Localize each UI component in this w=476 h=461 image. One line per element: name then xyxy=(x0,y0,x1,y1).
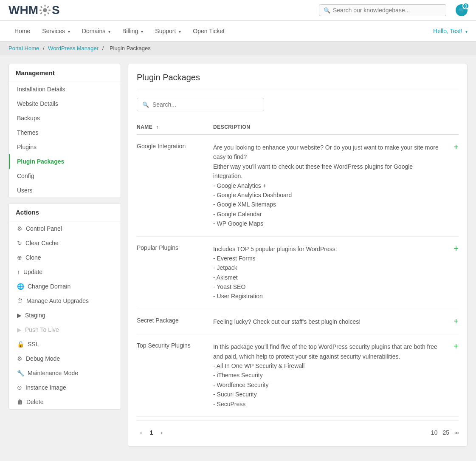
svg-rect-6 xyxy=(47,6,49,8)
sidebar-item-staging[interactable]: ▶Staging xyxy=(9,308,121,322)
nav-open-ticket[interactable]: Open Ticket xyxy=(187,21,231,41)
sidebar-item-clear-cache[interactable]: ↻Clear Cache xyxy=(9,236,121,250)
breadcrumb-wp-manager[interactable]: WordPress Manager xyxy=(48,45,99,51)
svg-rect-3 xyxy=(39,10,42,11)
prev-page-button[interactable]: ‹ xyxy=(137,427,146,438)
sidebar-item-ssl[interactable]: 🔒SSL xyxy=(9,337,121,351)
col-desc-header: DESCRIPTION xyxy=(213,124,459,130)
plugin-name-google: Google Integration xyxy=(137,143,213,150)
footer: Powered by WHMCompleteSolution xyxy=(0,455,476,461)
plugin-name-secret: Secret Package xyxy=(137,317,213,324)
svg-rect-1 xyxy=(45,5,46,7)
pagination: ‹ 1 › 10 25 ∞ xyxy=(137,420,459,438)
staging-icon: ▶ xyxy=(17,312,22,319)
domains-arrow: ▾ xyxy=(108,29,110,34)
logo: WHM S xyxy=(8,3,60,17)
sidebar-item-debug-mode[interactable]: ⚙Debug Mode xyxy=(9,351,121,366)
clear-cache-icon: ↻ xyxy=(17,240,22,246)
sidebar-item-update[interactable]: ↑Update xyxy=(9,265,121,279)
nav-billing[interactable]: Billing ▾ xyxy=(116,21,149,41)
cart-icon[interactable]: 🛒 0 xyxy=(456,4,468,16)
control-panel-icon: ⚙ xyxy=(17,225,23,232)
actions-title: Actions xyxy=(9,204,121,221)
user-greeting[interactable]: Hello, Test! ▾ xyxy=(433,21,468,41)
next-page-button[interactable]: › xyxy=(157,427,166,438)
sidebar-item-change-domain[interactable]: 🌐Change Domain xyxy=(9,279,121,294)
top-bar: WHM S 🔍 🛒 0 xyxy=(0,0,476,21)
per-page-10[interactable]: 10 xyxy=(431,429,438,436)
plugin-row-popular: Popular Plugins Includes TOP 5 popular p… xyxy=(137,237,459,309)
management-title: Management xyxy=(9,64,121,82)
breadcrumb-portal-home[interactable]: Portal Home xyxy=(8,45,39,51)
manage-auto-upgrades-icon: ⏱ xyxy=(17,297,23,304)
plugin-add-google: + xyxy=(442,143,459,151)
sidebar-item-installation-details[interactable]: Installation Details xyxy=(9,82,121,96)
sidebar-item-delete[interactable]: 🗑Delete xyxy=(9,395,121,409)
user-arrow: ▾ xyxy=(465,29,468,34)
plugin-add-popular: + xyxy=(442,244,459,253)
sidebar-item-manage-auto-upgrades[interactable]: ⏱Manage Auto Upgrades xyxy=(9,294,121,308)
search-icon: 🔍 xyxy=(324,7,330,14)
sidebar-item-themes[interactable]: Themes xyxy=(9,125,121,140)
cart-badge: 0 xyxy=(462,3,469,9)
page-title: Plugin Packages xyxy=(137,73,459,89)
sort-arrow: ↑ xyxy=(156,124,159,130)
svg-rect-7 xyxy=(40,12,42,14)
nav-links: Home Services ▾ Domains ▾ Billing ▾ Supp… xyxy=(8,21,231,41)
ssl-icon: 🔒 xyxy=(17,341,24,348)
plugin-search-input[interactable] xyxy=(152,101,259,108)
nav-support[interactable]: Support ▾ xyxy=(149,21,187,41)
plugin-add-secret: + xyxy=(442,317,459,325)
per-page-all[interactable]: ∞ xyxy=(454,429,459,436)
sidebar-item-config[interactable]: Config xyxy=(9,169,121,183)
svg-rect-8 xyxy=(47,12,49,14)
add-secret-button[interactable]: + xyxy=(453,317,459,325)
sidebar-item-plugin-packages[interactable]: Plugin Packages xyxy=(9,154,121,169)
nav-domains[interactable]: Domains ▾ xyxy=(76,21,116,41)
sidebar-item-plugins[interactable]: Plugins xyxy=(9,140,121,154)
sidebar-item-control-panel[interactable]: ⚙Control Panel xyxy=(9,221,121,236)
instance-image-icon: ⊙ xyxy=(17,384,22,391)
search-container: 🔍 xyxy=(137,98,459,111)
nav-home[interactable]: Home xyxy=(8,21,36,41)
sidebar-item-website-details[interactable]: Website Details xyxy=(9,96,121,111)
col-name-header[interactable]: NAME ↑ xyxy=(137,124,213,130)
plugin-row-google: Google Integration Are you looking to en… xyxy=(137,135,459,237)
push-to-live-icon: ▶ xyxy=(17,326,22,333)
user-greeting-text: Hello, Test! xyxy=(433,28,462,34)
sidebar-item-clone[interactable]: ⊕Clone xyxy=(9,250,121,265)
sidebar-item-push-to-live[interactable]: ▶Push To Live xyxy=(9,322,121,337)
add-popular-button[interactable]: + xyxy=(453,244,459,253)
logo-gear-icon xyxy=(39,4,51,16)
svg-rect-2 xyxy=(45,14,46,16)
breadcrumb: Portal Home / WordPress Manager / Plugin… xyxy=(0,42,476,55)
breadcrumb-current: Plugin Packages xyxy=(110,45,151,51)
sidebar-item-maintenance-mode[interactable]: 🔧Maintenance Mode xyxy=(9,366,121,380)
search-wrap[interactable]: 🔍 xyxy=(137,98,264,111)
current-page[interactable]: 1 xyxy=(146,427,158,438)
sidebar-item-users[interactable]: Users xyxy=(9,183,121,198)
content-area: Plugin Packages 🔍 NAME ↑ DESCRIPTION Goo… xyxy=(128,64,468,447)
per-page-options: 10 25 ∞ xyxy=(431,429,459,436)
nav-services[interactable]: Services ▾ xyxy=(36,21,76,41)
plugin-desc-google: Are you looking to enhance your website?… xyxy=(213,143,442,229)
per-page-25[interactable]: 25 xyxy=(442,429,449,436)
debug-mode-icon: ⚙ xyxy=(17,355,23,362)
knowledgebase-search-input[interactable] xyxy=(333,7,442,14)
sidebar-item-backups[interactable]: Backups xyxy=(9,111,121,125)
add-security-button[interactable]: + xyxy=(453,342,459,351)
add-google-button[interactable]: + xyxy=(453,143,459,151)
plugin-row-secret: Secret Package Feeling lucky? Check out … xyxy=(137,309,459,334)
search-icon: 🔍 xyxy=(142,102,149,108)
management-section: Management Installation Details Website … xyxy=(8,64,121,198)
plugin-row-security: Top Security Plugins In this package you… xyxy=(137,334,459,417)
plugin-desc-secret: Feeling lucky? Check out our staff's bes… xyxy=(213,317,442,326)
support-arrow: ▾ xyxy=(179,29,181,34)
svg-rect-5 xyxy=(40,6,42,8)
billing-arrow: ▾ xyxy=(141,29,143,34)
plugin-name-popular: Popular Plugins xyxy=(137,244,213,251)
clone-icon: ⊕ xyxy=(17,254,22,261)
sidebar-item-instance-image[interactable]: ⊙Instance Image xyxy=(9,380,121,395)
knowledgebase-search[interactable]: 🔍 xyxy=(319,4,446,16)
svg-point-0 xyxy=(43,8,47,12)
